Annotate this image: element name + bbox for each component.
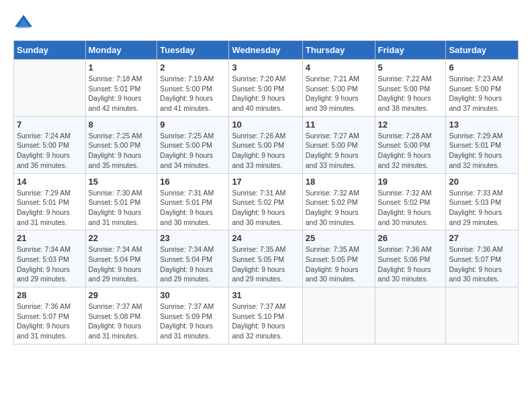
calendar-cell <box>446 287 519 345</box>
day-number: 1 <box>89 62 154 73</box>
weekday-header-friday: Friday <box>375 41 446 60</box>
calendar-cell: 2Sunrise: 7:19 AMSunset: 5:00 PMDaylight… <box>157 60 229 117</box>
day-number: 2 <box>160 62 226 73</box>
day-info: Sunrise: 7:34 AMSunset: 5:04 PMDaylight:… <box>89 244 154 284</box>
calendar-cell: 15Sunrise: 7:30 AMSunset: 5:01 PMDayligh… <box>85 173 157 230</box>
day-number: 31 <box>232 290 299 300</box>
calendar-cell: 22Sunrise: 7:34 AMSunset: 5:04 PMDayligh… <box>85 230 157 287</box>
day-info: Sunrise: 7:24 AMSunset: 5:00 PMDaylight:… <box>17 131 83 171</box>
calendar-cell: 20Sunrise: 7:33 AMSunset: 5:03 PMDayligh… <box>446 173 519 230</box>
calendar-cell: 5Sunrise: 7:22 AMSunset: 5:00 PMDaylight… <box>375 60 446 117</box>
day-number: 3 <box>232 62 299 73</box>
day-number: 15 <box>89 177 154 187</box>
calendar-cell: 9Sunrise: 7:25 AMSunset: 5:00 PMDaylight… <box>157 116 229 173</box>
day-number: 23 <box>160 233 226 243</box>
weekday-header-monday: Monday <box>85 41 157 60</box>
day-info: Sunrise: 7:35 AMSunset: 5:05 PMDaylight:… <box>306 244 372 284</box>
calendar-cell: 30Sunrise: 7:37 AMSunset: 5:09 PMDayligh… <box>157 287 229 345</box>
day-number: 28 <box>17 290 83 300</box>
day-number: 21 <box>17 233 83 243</box>
calendar-cell: 7Sunrise: 7:24 AMSunset: 5:00 PMDaylight… <box>14 116 86 173</box>
day-info: Sunrise: 7:31 AMSunset: 5:02 PMDaylight:… <box>232 188 299 228</box>
day-number: 22 <box>89 233 154 243</box>
day-number: 7 <box>17 120 83 130</box>
calendar-cell: 11Sunrise: 7:27 AMSunset: 5:00 PMDayligh… <box>302 116 375 173</box>
day-number: 9 <box>160 120 226 130</box>
weekday-header-row: SundayMondayTuesdayWednesdayThursdayFrid… <box>14 41 519 60</box>
calendar-cell: 29Sunrise: 7:37 AMSunset: 5:08 PMDayligh… <box>85 287 157 345</box>
calendar-cell: 14Sunrise: 7:29 AMSunset: 5:01 PMDayligh… <box>14 173 86 230</box>
calendar-cell: 1Sunrise: 7:18 AMSunset: 5:01 PMDaylight… <box>85 60 157 117</box>
calendar-cell <box>14 60 86 117</box>
day-number: 4 <box>306 62 372 73</box>
weekday-header-saturday: Saturday <box>446 41 519 60</box>
day-info: Sunrise: 7:37 AMSunset: 5:10 PMDaylight:… <box>232 302 299 341</box>
day-number: 25 <box>306 233 372 243</box>
calendar-cell: 28Sunrise: 7:36 AMSunset: 5:07 PMDayligh… <box>14 287 86 345</box>
week-row-1: 1Sunrise: 7:18 AMSunset: 5:01 PMDaylight… <box>14 60 519 117</box>
week-row-5: 28Sunrise: 7:36 AMSunset: 5:07 PMDayligh… <box>14 287 519 345</box>
day-info: Sunrise: 7:30 AMSunset: 5:01 PMDaylight:… <box>89 188 154 228</box>
calendar-cell: 19Sunrise: 7:32 AMSunset: 5:02 PMDayligh… <box>375 173 446 230</box>
day-info: Sunrise: 7:31 AMSunset: 5:01 PMDaylight:… <box>160 188 226 228</box>
day-info: Sunrise: 7:35 AMSunset: 5:05 PMDaylight:… <box>232 244 299 284</box>
day-info: Sunrise: 7:27 AMSunset: 5:00 PMDaylight:… <box>306 131 372 171</box>
day-info: Sunrise: 7:37 AMSunset: 5:09 PMDaylight:… <box>160 302 226 341</box>
day-info: Sunrise: 7:22 AMSunset: 5:00 PMDaylight:… <box>378 74 443 113</box>
calendar-cell <box>375 287 446 345</box>
weekday-header-wednesday: Wednesday <box>229 41 302 60</box>
day-info: Sunrise: 7:29 AMSunset: 5:01 PMDaylight:… <box>17 188 83 228</box>
day-info: Sunrise: 7:25 AMSunset: 5:00 PMDaylight:… <box>89 131 154 171</box>
day-number: 17 <box>232 177 299 187</box>
calendar-cell: 16Sunrise: 7:31 AMSunset: 5:01 PMDayligh… <box>157 173 229 230</box>
calendar-cell: 27Sunrise: 7:36 AMSunset: 5:07 PMDayligh… <box>446 230 519 287</box>
calendar-cell: 4Sunrise: 7:21 AMSunset: 5:00 PMDaylight… <box>302 60 375 117</box>
day-number: 19 <box>378 177 443 187</box>
week-row-2: 7Sunrise: 7:24 AMSunset: 5:00 PMDaylight… <box>14 116 519 173</box>
calendar-cell: 26Sunrise: 7:36 AMSunset: 5:06 PMDayligh… <box>375 230 446 287</box>
calendar-cell: 17Sunrise: 7:31 AMSunset: 5:02 PMDayligh… <box>229 173 302 230</box>
day-info: Sunrise: 7:36 AMSunset: 5:06 PMDaylight:… <box>378 244 443 284</box>
day-info: Sunrise: 7:18 AMSunset: 5:01 PMDaylight:… <box>89 74 154 113</box>
day-info: Sunrise: 7:36 AMSunset: 5:07 PMDaylight:… <box>17 302 83 341</box>
day-number: 24 <box>232 233 299 243</box>
day-info: Sunrise: 7:19 AMSunset: 5:00 PMDaylight:… <box>160 74 226 113</box>
day-info: Sunrise: 7:34 AMSunset: 5:03 PMDaylight:… <box>17 244 83 284</box>
day-info: Sunrise: 7:36 AMSunset: 5:07 PMDaylight:… <box>449 244 515 284</box>
day-number: 6 <box>449 62 515 73</box>
calendar-cell: 3Sunrise: 7:20 AMSunset: 5:00 PMDaylight… <box>229 60 302 117</box>
day-info: Sunrise: 7:20 AMSunset: 5:00 PMDaylight:… <box>232 74 299 113</box>
calendar-cell: 21Sunrise: 7:34 AMSunset: 5:03 PMDayligh… <box>14 230 86 287</box>
day-info: Sunrise: 7:34 AMSunset: 5:04 PMDaylight:… <box>160 244 226 284</box>
calendar-cell <box>302 287 375 345</box>
day-info: Sunrise: 7:26 AMSunset: 5:00 PMDaylight:… <box>232 131 299 171</box>
day-info: Sunrise: 7:37 AMSunset: 5:08 PMDaylight:… <box>89 302 154 341</box>
day-number: 11 <box>306 120 372 130</box>
weekday-header-tuesday: Tuesday <box>157 41 229 60</box>
day-info: Sunrise: 7:32 AMSunset: 5:02 PMDaylight:… <box>378 188 443 228</box>
day-number: 14 <box>17 177 83 187</box>
day-info: Sunrise: 7:33 AMSunset: 5:03 PMDaylight:… <box>449 188 515 228</box>
logo <box>13 13 36 34</box>
day-info: Sunrise: 7:25 AMSunset: 5:00 PMDaylight:… <box>160 131 226 171</box>
day-info: Sunrise: 7:21 AMSunset: 5:00 PMDaylight:… <box>306 74 372 113</box>
weekday-header-sunday: Sunday <box>14 41 86 60</box>
day-number: 13 <box>449 120 515 130</box>
calendar-cell: 18Sunrise: 7:32 AMSunset: 5:02 PMDayligh… <box>302 173 375 230</box>
day-number: 5 <box>378 62 443 73</box>
day-number: 26 <box>378 233 443 243</box>
calendar-cell: 31Sunrise: 7:37 AMSunset: 5:10 PMDayligh… <box>229 287 302 345</box>
day-number: 27 <box>449 233 515 243</box>
calendar-cell: 12Sunrise: 7:28 AMSunset: 5:00 PMDayligh… <box>375 116 446 173</box>
day-number: 30 <box>160 290 226 300</box>
day-info: Sunrise: 7:28 AMSunset: 5:00 PMDaylight:… <box>378 131 443 171</box>
calendar-cell: 8Sunrise: 7:25 AMSunset: 5:00 PMDaylight… <box>85 116 157 173</box>
weekday-header-thursday: Thursday <box>302 41 375 60</box>
day-number: 18 <box>306 177 372 187</box>
day-info: Sunrise: 7:32 AMSunset: 5:02 PMDaylight:… <box>306 188 372 228</box>
week-row-3: 14Sunrise: 7:29 AMSunset: 5:01 PMDayligh… <box>14 173 519 230</box>
day-number: 12 <box>378 120 443 130</box>
calendar-cell: 24Sunrise: 7:35 AMSunset: 5:05 PMDayligh… <box>229 230 302 287</box>
day-number: 16 <box>160 177 226 187</box>
day-number: 10 <box>232 120 299 130</box>
